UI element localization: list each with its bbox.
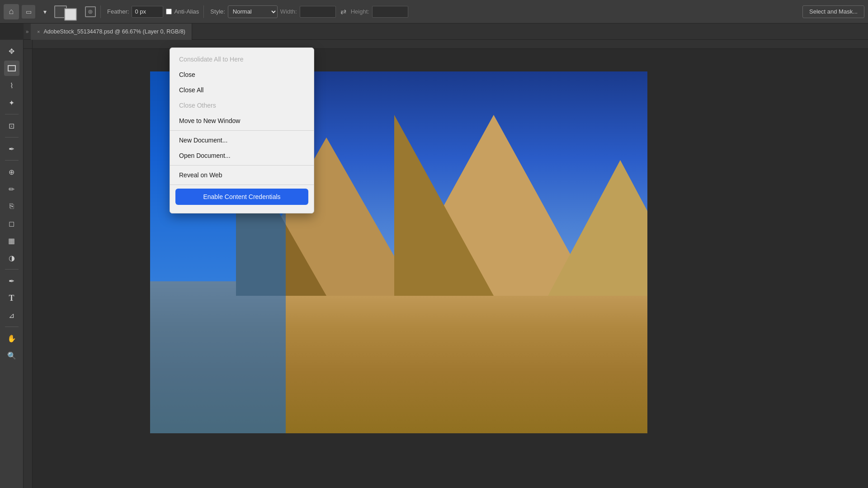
anti-alias-checkbox[interactable] [166,9,172,14]
menu-item-close-others[interactable]: Close Others [170,98,314,113]
menu-separator-3 [170,185,314,185]
panel-collapse-btn[interactable]: » [24,24,31,40]
anti-alias-label: Anti-Alias [174,8,199,15]
eraser-btn[interactable]: ◻ [4,216,19,231]
clone-stamp-icon: ⎘ [9,202,14,210]
hand-tool-icon: ✋ [7,334,16,343]
gradient-icon: ▦ [8,237,15,245]
marquee-rect-icon: ▭ [26,8,32,15]
enable-content-credentials-button[interactable]: Enable Content Credentials [175,189,308,205]
tool-separator-3 [5,160,19,161]
menu-item-move-window[interactable]: Move to New Window [170,113,314,128]
menu-item-close-all[interactable]: Close All [170,82,314,98]
menu-item-close[interactable]: Close [170,67,314,82]
pen-tool-icon: ✒ [9,277,14,285]
background-color-swatch[interactable] [64,8,77,21]
separator-2 [203,5,204,18]
eyedropper-icon: ✒ [9,145,14,153]
eyedropper-btn[interactable]: ✒ [4,141,19,156]
gradient-btn[interactable]: ▦ [4,233,19,248]
tool-separator-2 [5,137,19,137]
top-toolbar: ⌂ ▭ ▾ ◎ Feather: Anti-Alias Style: Norma… [0,0,868,24]
marquee-dropdown-btn[interactable]: ▾ [38,5,52,19]
ruler-top [33,40,868,49]
menu-item-reveal-web-label: Reveal on Web [179,171,222,179]
feather-input[interactable] [132,6,163,18]
magic-wand-icon: ✦ [9,99,14,107]
marquee-rect-btn[interactable]: ▭ [22,5,35,19]
ruler-corner [24,40,33,49]
dodge-btn[interactable]: ◑ [4,250,19,265]
home-icon: ⌂ [9,7,14,16]
tool-separator-5 [5,327,19,327]
lasso-tool-icon: ⌇ [10,81,14,90]
shape-tool-icon: ⊿ [9,311,14,320]
dodge-icon: ◑ [9,254,15,262]
width-label: Width: [280,8,297,15]
style-select[interactable]: Normal Fixed Ratio Fixed Size [228,5,278,18]
chevron-down-icon: ▾ [43,8,47,15]
left-toolbar: ✥ ⌇ ✦ ⊡ ✒ ⊕ ✏ ⎘ ◻ ▦ ◑ ✒ T ⊿ ✋ [0,40,24,488]
crop-tool-icon: ⊡ [9,122,14,130]
document-tab[interactable]: × AdobeStock_55134478.psd @ 66.67% (Laye… [31,24,192,40]
move-tool-icon: ✥ [9,47,14,56]
ruler-left [24,49,33,488]
clone-stamp-btn[interactable]: ⎘ [4,199,19,214]
select-mask-button[interactable]: Select and Mask... [802,5,864,18]
brush-tool-btn[interactable]: ✏ [4,181,19,197]
spot-heal-btn[interactable]: ⊕ [4,164,19,180]
document-container[interactable] [33,49,868,488]
shape-tool-btn[interactable]: ⊿ [4,308,19,323]
pyramid-2-shadow [394,115,494,296]
text-tool-btn[interactable]: T [4,290,19,306]
lasso-tool-btn[interactable]: ⌇ [4,78,19,93]
menu-item-open-document[interactable]: Open Document... [170,148,314,163]
separator-1 [100,5,101,18]
menu-item-move-window-label: Move to New Window [179,117,240,124]
width-input[interactable] [300,6,336,18]
spot-heal-icon: ⊕ [9,168,14,176]
brush-tool-icon: ✏ [9,185,14,194]
tab-close-icon[interactable]: × [37,29,40,34]
height-label: Height: [351,8,369,15]
menu-item-close-all-label: Close All [179,86,203,94]
style-label: Style: [210,8,225,15]
menu-item-consolidate-label: Consolidate All to Here [179,56,243,63]
menu-separator-2 [170,165,314,166]
tool-separator-1 [5,114,19,114]
menu-item-consolidate[interactable]: Consolidate All to Here [170,52,314,67]
marquee-tool-icon [8,65,16,71]
zoom-tool-icon: 🔍 [7,351,16,360]
move-tool-btn[interactable]: ✥ [4,43,19,59]
menu-item-close-others-label: Close Others [179,102,216,109]
menu-item-open-document-label: Open Document... [179,152,231,159]
anti-alias-area: Anti-Alias [166,8,199,15]
tab-title: AdobeStock_55134478.psd @ 66.67% (Layer … [43,28,185,35]
zoom-tool-btn[interactable]: 🔍 [4,348,19,363]
swap-dimensions-btn[interactable]: ⇄ [340,7,346,16]
canvas-area [24,40,868,488]
magic-wand-btn[interactable]: ✦ [4,95,19,110]
home-button[interactable]: ⌂ [4,4,19,19]
height-input[interactable] [372,6,408,18]
text-tool-icon: T [9,294,14,303]
pyramid-3 [548,160,647,296]
menu-item-reveal-web[interactable]: Reveal on Web [170,167,314,183]
crop-tool-btn[interactable]: ⊡ [4,118,19,133]
feather-label: Feather: [107,8,129,15]
pen-tool-btn[interactable]: ✒ [4,273,19,289]
hand-tool-btn[interactable]: ✋ [4,331,19,346]
marquee-tool-btn[interactable] [4,61,19,76]
tab-bar: » × AdobeStock_55134478.psd @ 66.67% (La… [24,24,868,40]
quick-mask-btn[interactable]: ◎ [85,6,96,17]
context-menu: Consolidate All to Here Close Close All … [170,47,314,213]
menu-item-new-document[interactable]: New Document... [170,133,314,148]
menu-item-close-label: Close [179,71,195,78]
eraser-icon: ◻ [9,219,14,228]
menu-separator-1 [170,130,314,131]
menu-item-new-document-label: New Document... [179,137,227,144]
tool-separator-4 [5,269,19,270]
